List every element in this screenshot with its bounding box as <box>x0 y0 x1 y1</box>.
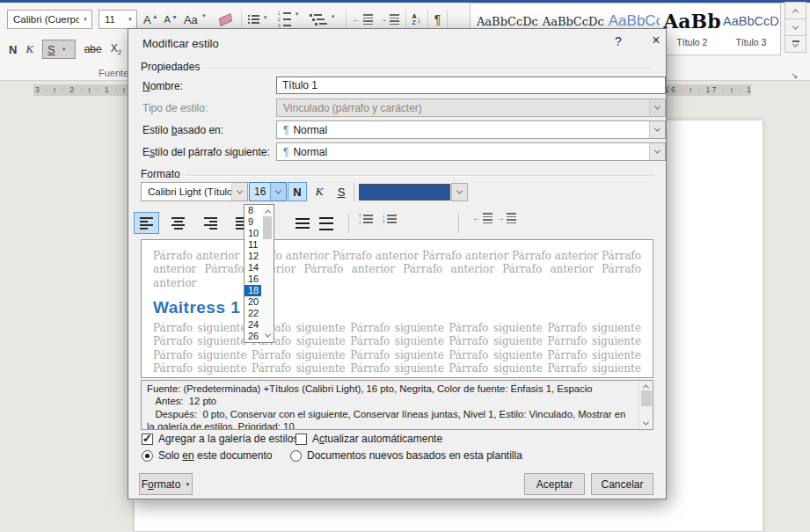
format-bold-toggle[interactable]: N <box>288 182 307 201</box>
style-item-titulo-2[interactable]: AaBbTítulo 2 <box>662 5 722 55</box>
expand-gallery-icon <box>792 40 799 47</box>
dropdown-chevron-button[interactable] <box>649 121 665 138</box>
formato-menu-button[interactable]: Formato▼ <box>139 473 193 495</box>
chevron-up-icon[interactable] <box>264 209 270 215</box>
gallery-scroll-down-button[interactable] <box>784 18 806 36</box>
new-documents-label: Documentos nuevos basados en esta planti… <box>307 449 522 462</box>
numbered-list-button[interactable]: 1 2 3 ▼ <box>278 11 303 28</box>
down-up-arrows-icon: ↓↑ <box>382 213 385 225</box>
gallery-scroll-up-button[interactable] <box>784 2 806 19</box>
styled-heading-text: Waitress 1 <box>153 298 641 317</box>
scrollbar-thumb[interactable] <box>641 390 652 406</box>
line-spacing-double-button[interactable] <box>316 214 337 233</box>
multilevel-list-icon <box>310 14 327 26</box>
auto-update-option[interactable]: Actualizar automáticamente <box>296 433 442 445</box>
radio-selected-icon[interactable] <box>142 450 153 462</box>
align-right-button[interactable] <box>198 212 223 234</box>
based-on-value: ¶Normal <box>277 124 649 136</box>
line-spacing-single-button[interactable] <box>292 214 313 233</box>
clear-formatting-icon[interactable] <box>219 12 232 26</box>
font-color-dropdown[interactable] <box>359 183 469 201</box>
strikethrough-button[interactable]: abe <box>84 43 102 55</box>
aceptar-button[interactable]: Aceptar <box>524 473 585 495</box>
dropdown-triangle-icon: ▼ <box>180 482 190 487</box>
change-case-glyph: Aa <box>184 13 198 26</box>
dropdown-chevron-button[interactable] <box>231 183 247 200</box>
increase-indent-button[interactable]: → <box>379 14 399 25</box>
shrink-font-button[interactable]: A▼ <box>164 14 178 25</box>
down-arrow-icon: ↓ <box>417 15 421 25</box>
style-description: Fuente: (Predeterminada) +Títulos (Calib… <box>141 380 653 430</box>
decrease-indent-button[interactable]: ← <box>353 14 373 25</box>
radio-unselected-icon[interactable] <box>290 450 302 462</box>
new-documents-option[interactable]: Documentos nuevos basados en esta planti… <box>290 449 522 462</box>
help-button[interactable]: ? <box>606 34 631 48</box>
chevron-down-icon[interactable]: ▼ <box>124 17 136 22</box>
checkbox-unchecked-icon[interactable] <box>296 434 307 445</box>
numbered-list-icon: 1 2 3 <box>278 11 291 28</box>
increase-indent-button[interactable]: → <box>496 213 516 223</box>
style-type-label: Tipo de estilo: <box>142 102 208 114</box>
gallery-expand-button[interactable] <box>784 35 806 53</box>
align-right-icon <box>204 217 217 230</box>
add-to-gallery-option[interactable]: Agregar a la galería de estilos <box>142 433 298 445</box>
align-center-icon <box>171 217 185 230</box>
chevron-down-icon: ▼ <box>327 14 339 19</box>
sort-button[interactable]: AZ↓ <box>412 13 421 26</box>
increase-space-after-button[interactable]: ↓↑ <box>382 213 397 225</box>
dropdown-chevron-button[interactable] <box>649 143 665 160</box>
chevron-up-icon <box>792 9 799 15</box>
multilevel-list-button[interactable]: ▼ <box>310 14 339 26</box>
dropdown-chevron-button[interactable] <box>451 183 468 201</box>
chevron-down-icon[interactable] <box>643 419 649 426</box>
align-center-button[interactable] <box>165 212 191 234</box>
cancelar-button[interactable]: Cancelar <box>591 473 653 495</box>
italic-button[interactable]: K <box>26 42 33 56</box>
size-list-scrollbar[interactable] <box>261 205 274 342</box>
section-format: Formato <box>141 168 653 180</box>
following-paragraph-dropdown[interactable]: ¶Normal <box>276 142 666 161</box>
bold-button[interactable]: N <box>9 43 17 56</box>
format-font-dropdown[interactable]: Calibri Light (Títulos) <box>141 182 248 201</box>
chevron-down-icon[interactable] <box>264 332 270 338</box>
description-scrollbar[interactable] <box>639 381 653 429</box>
style-label: Título 3 <box>735 37 766 51</box>
dropdown-chevron-button <box>649 99 665 116</box>
subscript-button[interactable]: X2 <box>111 42 121 56</box>
close-icon[interactable]: × <box>641 33 671 48</box>
grow-font-button[interactable]: A▲ <box>143 13 158 26</box>
font-size-combo[interactable]: 11▼ <box>99 10 137 29</box>
section-format-label: Formato <box>141 168 180 180</box>
style-type-wrap: Vinculado (párrafo y carácter) <box>276 98 666 117</box>
format-size-dropdown[interactable]: 16 <box>249 182 287 201</box>
chevron-down-icon[interactable]: ▼ <box>58 47 70 52</box>
name-input[interactable] <box>276 77 666 94</box>
separator <box>348 214 349 233</box>
scrollbar-thumb[interactable] <box>263 216 272 239</box>
dropdown-chevron-button[interactable] <box>270 183 286 200</box>
section-properties-label: Propiedades <box>141 61 200 73</box>
checkbox-checked-icon[interactable] <box>142 434 153 445</box>
decrease-indent-button[interactable]: ← <box>472 213 493 223</box>
following-paragraph-text: Párrafo siguiente Párrafo siguiente Párr… <box>153 322 641 378</box>
text-lines-icon <box>507 213 516 223</box>
increase-space-before-button[interactable]: ↑↓ <box>358 213 373 225</box>
add-to-gallery-label: Agregar a la galería de estilos <box>158 433 298 445</box>
underline-button[interactable]: S▼ <box>42 40 76 59</box>
only-this-document-option[interactable]: Solo en este documento <box>142 449 272 462</box>
ruler-right[interactable]: 16 · ı · 17 · ı · 18 · ı <box>665 84 751 96</box>
bullet-list-button[interactable]: ▼ <box>248 15 272 24</box>
based-on-dropdown[interactable]: ¶Normal <box>276 120 666 139</box>
ruler-left[interactable]: 3 · ı · 2 · ı · 1 · ı <box>33 84 128 96</box>
format-underline-toggle[interactable]: S <box>332 182 351 201</box>
chevron-down-icon[interactable]: ▼ <box>79 17 91 22</box>
align-left-button[interactable] <box>134 212 159 234</box>
right-arrow-icon: → <box>379 15 388 24</box>
style-item-titulo-3[interactable]: AaBbCcDTítulo 3 <box>722 5 780 55</box>
show-paragraph-marks-button[interactable]: ¶ <box>434 12 441 26</box>
format-italic-toggle[interactable]: K <box>310 182 329 201</box>
font-name-combo[interactable]: Calibri (Cuerpo)▼ <box>7 10 92 29</box>
styles-dialog-launcher-icon[interactable]: ↘ <box>791 70 798 80</box>
separator <box>405 10 406 29</box>
change-case-button[interactable]: Aa▼ <box>184 13 210 26</box>
